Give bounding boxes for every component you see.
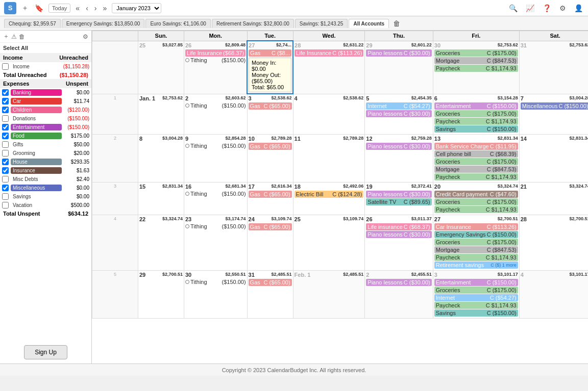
add-button[interactable]: ＋ [20, 3, 30, 14]
calendar-day-cell[interactable]: 2$2,455.51Piano lessonsC ($30.00) [365, 270, 433, 318]
calendar-event[interactable]: PaycheckC $1,174.93 [434, 65, 518, 72]
calendar-day-cell[interactable]: 3$2,538.62GasC ($65.00) [247, 94, 293, 134]
calendar-event[interactable]: InternetC ($54.27) [366, 102, 431, 110]
calendar-day-cell[interactable]: 16$2,681.34Tithing($150.00) [184, 182, 248, 215]
calendar-day-cell[interactable]: 9$2,854.28Tithing($150.00) [184, 134, 248, 182]
calendar-day-cell[interactable]: 22$3,324.74 [138, 215, 184, 270]
calendar-day-cell[interactable]: Jan. 1$2,753.62 [138, 94, 184, 134]
calendar-day-cell[interactable]: 29$2,601.22Piano lessonsC ($30.00) [365, 41, 433, 94]
gifts-checkbox[interactable] [2, 141, 9, 148]
calendar-day-cell[interactable]: 28$2,631.22Life InsuranceC ($113.26) [293, 41, 365, 94]
select-all-button[interactable]: Select All [0, 43, 91, 53]
user-button[interactable]: 👤 [573, 3, 584, 13]
calendar-day-cell[interactable]: 29$2,700.51 [138, 270, 184, 318]
vacation-checkbox[interactable] [2, 202, 9, 208]
calendar-day-cell[interactable]: 26$3,011.37Life insuranceC ($68.37)Piano… [365, 215, 433, 270]
calendar-day-cell[interactable]: 11$2,789.28 [293, 134, 365, 182]
savings-checkbox[interactable] [2, 193, 9, 200]
tithing-radio[interactable] [185, 58, 189, 62]
calendar-event[interactable]: GroceriesC ($175.00) [434, 286, 518, 294]
calendar-event[interactable]: Credit Card paymentC ($47.60) [434, 191, 518, 198]
chart-button[interactable]: 📈 [525, 3, 535, 13]
calendar-event[interactable]: Piano lessonsC ($30.00) [366, 143, 431, 150]
calendar-event[interactable]: Satellite TVC ($89.65) [366, 198, 431, 205]
calendar-event[interactable]: GroceriesC ($175.00) [434, 110, 518, 117]
tithing-radio[interactable] [185, 103, 189, 108]
calendar-event[interactable]: GasC ($65.00) [249, 143, 292, 150]
entertainment-checkbox[interactable] [2, 124, 9, 131]
back-back-button[interactable]: « [75, 3, 81, 13]
tithing-radio[interactable] [185, 280, 189, 284]
calendar-day-cell[interactable]: 28$2,700.51 [519, 215, 588, 270]
tithing-row[interactable]: Tithing($150.00) [185, 143, 246, 149]
children-checkbox[interactable] [2, 107, 9, 113]
calendar-event[interactable]: PaycheckC $1,174.93 [434, 118, 518, 125]
tithing-row[interactable]: Tithing($150.00) [185, 191, 246, 197]
miscellaneous-checkbox[interactable] [2, 185, 9, 191]
calendar-event[interactable]: Emergency SavingsC ($150.00) [434, 231, 518, 238]
calendar-day-cell[interactable]: 31$2,485.51GasC ($65.00) [247, 270, 293, 318]
calendar-event[interactable]: SavingsC ($150.00) [434, 125, 518, 133]
calendar-day-cell[interactable]: Feb. 1$2,485.51 [293, 270, 365, 318]
banking-checkbox[interactable] [2, 89, 9, 96]
tab-savings[interactable]: Savings: $1,243.25 [295, 19, 348, 28]
search-button[interactable]: 🔍 [508, 3, 519, 13]
calendar-day-cell[interactable]: 2$2,603.62Tithing($150.00) [184, 94, 248, 134]
calendar-event[interactable]: MortgageC ($847.53) [434, 246, 518, 253]
calendar-event[interactable]: Piano lessonsC ($30.00) [366, 110, 431, 117]
tab-chequing[interactable]: Chequing: $2,959.57 [4, 19, 61, 28]
calendar-event[interactable]: GasC ($65.00) [249, 223, 292, 230]
calendar-day-cell[interactable]: 23$3,174.74Tithing($150.00) [184, 215, 248, 270]
calendar-event[interactable]: Piano lessonsC ($30.00) [366, 231, 431, 238]
calendar-event[interactable]: MortgageC ($847.53) [434, 57, 518, 64]
calendar-event[interactable]: GroceriesC ($175.00) [434, 49, 518, 57]
tithing-row[interactable]: Tithing($150.00) [185, 223, 246, 229]
calendar-day-cell[interactable]: 15$2,831.34 [138, 182, 184, 215]
calendar-event[interactable]: Electric BillC ($124.28) [295, 191, 364, 198]
sidebar-settings-button[interactable]: ⚙ [83, 33, 88, 40]
calendar-day-cell[interactable]: 25$3,109.74 [293, 215, 365, 270]
help-button[interactable]: ❓ [542, 3, 552, 13]
bookmark-button[interactable]: 🔖 [34, 3, 44, 13]
calendar-event[interactable]: EntertainmentC ($150.00) [434, 279, 518, 286]
calendar-event[interactable]: Piano lessonsC ($30.00) [366, 49, 431, 57]
sidebar-add-button[interactable]: ＋ [3, 32, 9, 41]
sidebar-delete-button[interactable]: 🗑 [19, 32, 25, 41]
calendar-event[interactable]: Cell phone billC ($68.39) [434, 150, 518, 158]
calendar-day-cell[interactable]: 24$3,109.74GasC ($65.00) [247, 215, 293, 270]
calendar-day-cell[interactable]: 5$2,454.35InternetC ($54.27)Piano lesson… [365, 94, 433, 134]
calendar-event[interactable]: Car InsuranceC ($113.26) [434, 223, 518, 230]
calendar-event[interactable]: Piano lessonsC ($30.00) [366, 191, 431, 198]
calendar-event[interactable]: PaycheckC $1,174.93 [434, 254, 518, 261]
calendar-day-cell[interactable]: 4$2,538.62 [293, 94, 365, 134]
calendar-event[interactable]: Life insuranceC ($68.37) [366, 223, 431, 230]
tithing-row[interactable]: Tithing($150.00) [185, 102, 246, 109]
tab-emergency[interactable]: Emergency Savings: $13,850.00 [62, 19, 145, 28]
house-checkbox[interactable] [2, 159, 9, 165]
calendar-day-cell[interactable]: 25$3,027.85 [138, 41, 184, 94]
tithing-row[interactable]: Tithing($150.00) [185, 57, 246, 63]
calendar-event[interactable]: PaycheckC $1,174.93 [434, 302, 518, 309]
calendar-day-cell[interactable]: 18$2,492.06Electric BillC ($124.28) [293, 182, 365, 215]
calendar-day-cell[interactable]: 3$3,101.17EntertainmentC ($150.00)Grocer… [433, 270, 519, 318]
calendar-event[interactable]: GroceriesC ($175.00) [434, 239, 518, 246]
calendar-day-cell[interactable]: 17$2,616.34GasC ($65.00) [247, 182, 293, 215]
delete-button[interactable]: 🗑 [392, 18, 401, 29]
calendar-event[interactable]: Life Insurance($68.37) [185, 49, 246, 57]
calendar-event[interactable]: SavingsC ($150.00) [434, 309, 518, 317]
calendar-day-cell[interactable]: 12$2,759.28Piano lessonsC ($30.00) [365, 134, 433, 182]
tab-euro[interactable]: Euro Savings: €1,106.00 [145, 19, 211, 28]
calendar-event[interactable]: PaycheckC $1,174.93 [434, 206, 518, 213]
calendar-day-cell[interactable]: 20$3,324.74Credit Card paymentC ($47.60)… [433, 182, 519, 215]
forward-button[interactable]: › [93, 3, 98, 13]
tab-all-accounts[interactable]: All Accounts [349, 19, 389, 28]
calendar-event[interactable]: Piano lessonsC ($30.00) [366, 279, 431, 286]
grooming-checkbox[interactable] [2, 150, 9, 157]
tithing-radio[interactable] [185, 224, 189, 228]
calendar-day-cell[interactable]: 7$3,004.28MiscellaneousC ($150.00) [519, 94, 588, 134]
donations-checkbox[interactable] [2, 115, 9, 122]
calendar-day-cell[interactable]: 14$2,831.34 [519, 134, 588, 182]
today-button[interactable]: Today [48, 4, 70, 13]
forward-forward-button[interactable]: » [102, 3, 108, 13]
calendar-day-cell[interactable]: 26$2,809.48Life Insurance($68.37)Tithing… [184, 41, 248, 94]
